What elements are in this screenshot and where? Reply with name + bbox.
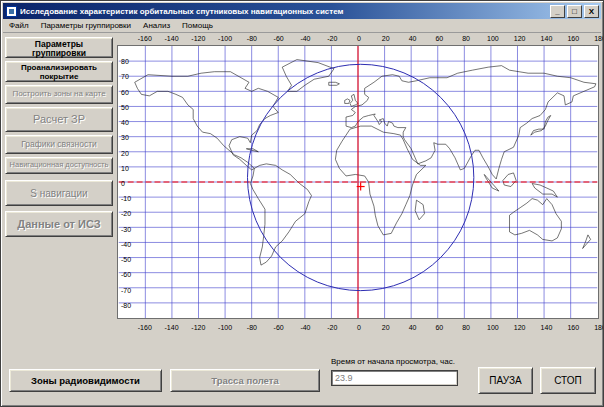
lon-tick-label: 20 [382, 34, 390, 43]
coastline-new-guinea [532, 184, 557, 198]
minimize-button[interactable]: _ [550, 5, 565, 18]
lat-tick-label: 50 [121, 103, 129, 112]
time-from-start-input[interactable] [331, 370, 458, 386]
lon-tick-label: -40 [300, 34, 310, 43]
lat-tick-label: -20 [121, 209, 131, 218]
lat-tick-label: -40 [121, 240, 131, 249]
lat-tick-label: 10 [121, 164, 129, 173]
lat-tick-label: -60 [121, 270, 131, 279]
lon-tick-label: 140 [541, 323, 553, 332]
lon-tick-label: 160 [567, 323, 579, 332]
lon-tick-label: -140 [165, 323, 179, 332]
menu-file[interactable]: Файл [3, 20, 35, 31]
lon-tick-label: -60 [274, 34, 284, 43]
title-bar: Исследование характеристик орбитальных с… [3, 3, 601, 19]
lon-tick-label: -20 [327, 323, 337, 332]
btn-s-navigation[interactable]: S навигации [5, 180, 113, 206]
btn-constellation-params[interactable]: Параметры группировки [5, 37, 113, 58]
lon-tick-label: 80 [462, 34, 470, 43]
time-from-start-label: Время от начала просмотра, час. [331, 357, 455, 366]
menu-bar: Файл Параметры группировки Анализ Помощь [3, 19, 601, 33]
sidebar: Параметры группировки Проанализировать п… [5, 37, 113, 240]
lat-tick-label: -10 [121, 194, 131, 203]
lon-tick-label: 160 [567, 34, 579, 43]
coastline-britain [350, 94, 358, 106]
coastline-borneo [503, 173, 516, 187]
menu-analysis[interactable]: Анализ [137, 20, 176, 31]
btn-compute-zr[interactable]: Расчет ЗР [5, 107, 113, 132]
lat-tick-label: 80 [121, 57, 129, 66]
lon-tick-label: 0 [357, 323, 361, 332]
stop-button[interactable]: СТОП [540, 367, 596, 394]
coastline-cuba [246, 149, 258, 152]
lon-tick-label: -120 [191, 323, 205, 332]
lon-tick-label: 0 [357, 34, 361, 43]
close-button[interactable]: X [584, 5, 599, 18]
coastline-japan [531, 116, 551, 136]
lon-tick-label: 20 [382, 323, 390, 332]
lon-tick-label: -160 [138, 34, 152, 43]
coastline-eurasia [346, 66, 596, 179]
lon-tick-label: -100 [218, 34, 232, 43]
lat-tick-label: 0 [121, 179, 125, 188]
lon-tick-label: 120 [514, 323, 526, 332]
lat-tick-label: 30 [121, 133, 129, 142]
lon-tick-label: 100 [487, 34, 499, 43]
world-coastlines [135, 60, 596, 266]
lon-tick-label: 180 [594, 323, 604, 332]
app-window: Исследование характеристик орбитальных с… [0, 0, 604, 407]
lon-tick-label: -20 [327, 34, 337, 43]
lon-tick-label: 40 [409, 34, 417, 43]
maximize-button[interactable]: □ [567, 5, 582, 18]
lon-tick-label: 80 [462, 323, 470, 332]
lon-tick-label: 180 [594, 34, 604, 43]
lat-tick-label: 40 [121, 118, 129, 127]
btn-analyze-coverage[interactable]: Проанализировать покрытие [5, 61, 113, 82]
lon-tick-label: -100 [218, 323, 232, 332]
coastline-iceland [329, 82, 340, 85]
coastline-ireland [345, 99, 350, 104]
lat-tick-label: -80 [121, 301, 131, 310]
lon-tick-label: 40 [409, 323, 417, 332]
lon-tick-label: -40 [300, 323, 310, 332]
coverage-zone-circle [247, 64, 473, 290]
map-panel: -160-160-140-140-120-120-100-100-80-80-6… [114, 33, 603, 335]
lat-tick-label: -70 [121, 286, 131, 295]
coastline-north-america [135, 72, 279, 170]
menu-constellation-params[interactable]: Параметры группировки [35, 20, 137, 31]
coastline-south-america [250, 164, 311, 265]
btn-build-zones-on-map[interactable]: Построить зоны на карте [5, 85, 113, 104]
btn-isz-data[interactable]: Данные от ИСЗ [5, 211, 113, 237]
app-icon [6, 6, 17, 17]
lon-tick-label: 60 [435, 34, 443, 43]
btn-navigation-availability[interactable]: Навигационная доступность [5, 157, 113, 174]
lat-tick-label: 60 [121, 88, 129, 97]
lat-tick-label: 20 [121, 149, 129, 158]
coastline-new-zealand [583, 235, 591, 249]
lon-tick-label: -80 [247, 323, 257, 332]
lat-tick-label: -30 [121, 225, 131, 234]
lon-tick-label: 100 [487, 323, 499, 332]
lon-tick-label: -80 [247, 34, 257, 43]
window-title: Исследование характеристик орбитальных с… [20, 7, 548, 16]
btn-connectivity-graphs[interactable]: Графики связности [5, 135, 113, 154]
coastline-madagascar [415, 200, 424, 220]
lon-tick-label: 60 [435, 323, 443, 332]
menu-help[interactable]: Помощь [176, 20, 219, 31]
pause-button[interactable]: ПАУЗА [478, 367, 533, 394]
lon-tick-label: -160 [138, 323, 152, 332]
radio-visibility-zones-button[interactable]: Зоны радиовидимости [9, 369, 162, 392]
coastline-greenland [282, 60, 334, 92]
world-map[interactable] [117, 45, 599, 319]
lon-tick-label: 120 [514, 34, 526, 43]
map-overlays [119, 46, 597, 318]
flight-track-button[interactable]: Трасса полета [170, 369, 320, 392]
lon-tick-label: -120 [191, 34, 205, 43]
lat-tick-label: 70 [121, 72, 129, 81]
lon-tick-label: -60 [274, 323, 284, 332]
lon-tick-label: -140 [165, 34, 179, 43]
coastline-africa [335, 126, 425, 235]
lon-tick-label: 140 [541, 34, 553, 43]
lat-tick-label: -50 [121, 255, 131, 264]
